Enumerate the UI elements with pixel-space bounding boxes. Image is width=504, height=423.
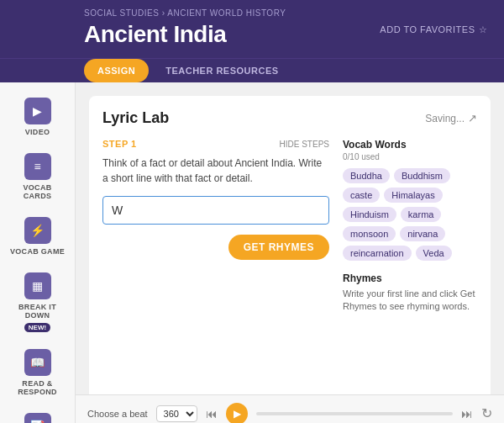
vocab-tag[interactable]: Buddhism — [394, 168, 450, 183]
vocab-tag[interactable]: Hinduism — [343, 207, 396, 222]
card-title: Lyric Lab — [102, 109, 169, 127]
quiz-icon: 📝 — [24, 413, 51, 423]
vocab-tag[interactable]: Himalayas — [384, 188, 442, 203]
saving-status: Saving... ↗ — [425, 112, 477, 124]
breadcrumb: Social Studies › Ancient World History — [84, 8, 487, 18]
sidebar-label-video: Video — [25, 128, 50, 136]
sidebar: ▶ Video ≡ Vocab Cards ⚡ Vocab Game ▦ Bre… — [0, 82, 76, 423]
tab-bar: Assign Teacher Resources — [0, 58, 504, 82]
sidebar-item-vocab-game[interactable]: ⚡ Vocab Game — [5, 210, 71, 262]
tab-teacher-resources[interactable]: Teacher Resources — [157, 59, 286, 82]
hide-steps-button[interactable]: Hide Steps — [280, 140, 329, 149]
add-to-favorites-button[interactable]: Add to Favorites ☆ — [380, 24, 487, 34]
vocab-tag[interactable]: Buddha — [343, 168, 390, 183]
beat-select[interactable]: 360 — [156, 405, 197, 422]
top-header: Social Studies › Ancient World History A… — [0, 0, 504, 58]
step-label: Step 1 — [102, 139, 137, 149]
vocab-tag[interactable]: monsoon — [343, 226, 396, 241]
sidebar-label-vocab-game: Vocab Game — [10, 247, 65, 256]
add-favorites-label: Add to Favorites — [380, 24, 475, 34]
step-header: Step 1 Hide Steps — [102, 139, 329, 149]
refresh-button[interactable]: ↻ — [481, 405, 492, 421]
play-icon: ▶ — [234, 408, 241, 420]
tab-assign[interactable]: Assign — [84, 59, 149, 82]
card-header: Lyric Lab Saving... ↗ — [102, 109, 477, 127]
right-column: Vocab Words 0/10 used BuddhaBuddhismcast… — [343, 139, 477, 314]
new-badge: NEW! — [24, 323, 50, 332]
sidebar-item-vocab-cards[interactable]: ≡ Vocab Cards — [5, 146, 71, 207]
play-button[interactable]: ▶ — [226, 403, 248, 424]
video-icon: ▶ — [24, 98, 51, 124]
break-it-down-icon: ▦ — [24, 272, 51, 299]
two-col-layout: Step 1 Hide Steps Think of a fact or det… — [102, 139, 477, 314]
header-actions: Add to Favorites ☆ — [380, 24, 487, 34]
vocab-tag[interactable]: caste — [343, 188, 380, 203]
vocab-cards-icon: ≡ — [24, 153, 51, 180]
sidebar-item-quiz[interactable]: 📝 Quiz — [5, 406, 71, 423]
vocab-tags-list: BuddhaBuddhismcasteHimalayasHinduismkarm… — [343, 168, 477, 261]
vocab-tag[interactable]: Veda — [416, 246, 452, 261]
beat-label: Choose a beat — [87, 409, 148, 419]
sidebar-item-read-respond[interactable]: 📖 Read & Respond — [5, 342, 71, 403]
get-rhymes-button[interactable]: Get Rhymes — [228, 235, 329, 260]
vocab-tag[interactable]: reincarnation — [343, 246, 412, 261]
sidebar-label-vocab-cards: Vocab Cards — [10, 183, 66, 200]
content-area: Lyric Lab Saving... ↗ Step 1 Hide Steps … — [76, 82, 504, 423]
left-column: Step 1 Hide Steps Think of a fact or det… — [102, 139, 329, 314]
lyric-input[interactable] — [102, 196, 329, 225]
external-link-icon: ↗ — [468, 112, 477, 124]
skip-end-button[interactable]: ⏭ — [461, 407, 473, 420]
vocab-count: 0/10 used — [343, 152, 477, 161]
skip-back-button[interactable]: ⏮ — [206, 407, 218, 420]
vocab-game-icon: ⚡ — [24, 217, 51, 244]
read-respond-icon: 📖 — [24, 349, 51, 376]
sidebar-item-break-it-down[interactable]: ▦ Break It Down NEW! — [5, 266, 71, 339]
sidebar-item-video[interactable]: ▶ Video — [5, 91, 71, 143]
sidebar-label-read-respond: Read & Respond — [10, 379, 66, 396]
vocab-tag[interactable]: nirvana — [400, 226, 445, 241]
sidebar-label-break-it-down: Break It Down — [10, 303, 66, 320]
rhymes-title: Rhymes — [343, 272, 477, 284]
step-description: Think of a fact or detail about Ancient … — [102, 156, 329, 186]
vocab-words-title: Vocab Words — [343, 139, 477, 151]
beat-player: Choose a beat 360 ⏮ ▶ ⏭ ↻ — [76, 394, 504, 423]
progress-bar[interactable] — [256, 412, 453, 415]
main-content: ▶ Video ≡ Vocab Cards ⚡ Vocab Game ▦ Bre… — [0, 82, 504, 423]
lyric-lab-card: Lyric Lab Saving... ↗ Step 1 Hide Steps … — [89, 96, 491, 418]
star-icon: ☆ — [479, 24, 488, 34]
saving-label: Saving... — [425, 113, 465, 124]
vocab-tag[interactable]: karma — [401, 207, 442, 222]
rhymes-description: Write your first line and click Get Rhym… — [343, 288, 477, 314]
